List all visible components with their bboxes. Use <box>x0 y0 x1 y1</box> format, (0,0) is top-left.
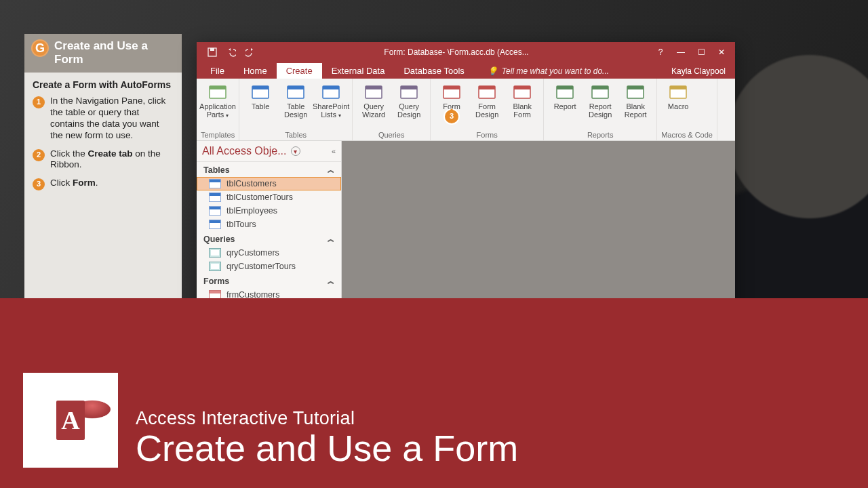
ribbon-macro-button[interactable]: Macro <box>661 81 695 113</box>
ribbon-sharepoint-lists-button[interactable]: SharePoint Lists ▾ <box>314 81 348 120</box>
svg-rect-1 <box>210 48 214 51</box>
svg-rect-15 <box>443 86 460 89</box>
nav-group-queries[interactable]: Queries︽ <box>197 231 341 246</box>
brand-logo-icon: G <box>31 39 49 57</box>
ribbon-group-macros-code: MacroMacros & Code <box>657 79 717 140</box>
step-text: In the Navigation Pane, click the table … <box>50 96 174 142</box>
ribbon-report-button[interactable]: Report <box>548 81 582 113</box>
svg-rect-23 <box>592 86 608 89</box>
nav-group-forms[interactable]: Forms︽ <box>197 273 341 288</box>
minimize-button[interactable]: — <box>671 45 690 60</box>
nav-group-tables[interactable]: Tables︽ <box>197 162 341 177</box>
instruction-header: G Create and Use a Form <box>24 34 182 73</box>
svg-rect-19 <box>514 86 530 89</box>
ribbon-blank-report-button[interactable]: Blank Report <box>618 81 652 120</box>
ribbon: Application Parts ▾TemplatesTableTable D… <box>197 79 735 141</box>
instruction-step: 2Click the Create tab on the Ribbon. <box>33 148 174 171</box>
tab-home[interactable]: Home <box>234 63 277 79</box>
ribbon-form-design-button[interactable]: Form Design <box>470 81 504 120</box>
nav-item[interactable]: tblCustomers <box>197 177 341 190</box>
redo-icon[interactable] <box>243 45 258 60</box>
ribbon-group-label: Templates <box>201 129 235 139</box>
instruction-step: 1In the Navigation Pane, click the table… <box>33 96 174 142</box>
query-icon <box>209 248 221 258</box>
collapse-group-icon[interactable]: ︽ <box>328 277 334 286</box>
help-icon[interactable]: ? <box>651 45 670 60</box>
svg-rect-9 <box>323 86 339 89</box>
quick-access-toolbar <box>201 45 262 60</box>
ribbon-table-button[interactable]: Table <box>243 81 277 113</box>
ribbon-tab-row: FileHomeCreateExternal DataDatabase Tool… <box>197 62 735 79</box>
ribbon-button-label: Blank Report <box>620 103 651 119</box>
video-title-banner: A Access Interactive Tutorial Create and… <box>0 298 868 488</box>
step-number-badge: 1 <box>33 96 45 108</box>
ribbon-icon <box>555 83 575 102</box>
step-number-badge: 2 <box>33 149 45 161</box>
tab-database-tools[interactable]: Database Tools <box>394 63 473 79</box>
ribbon-group-templates: Application Parts ▾Templates <box>197 79 239 140</box>
ribbon-group-tables: TableTable DesignSharePoint Lists ▾Table… <box>239 79 353 140</box>
collapse-pane-icon[interactable]: « <box>332 147 336 155</box>
table-icon <box>209 179 221 188</box>
instruction-subhead: Create a Form with AutoForms <box>33 79 174 90</box>
window-titlebar[interactable]: Form: Database- \Form.acc.db (Acces... ?… <box>197 42 735 62</box>
maximize-button[interactable]: ☐ <box>692 45 711 60</box>
nav-item-label: tblCustomers <box>226 179 277 188</box>
ribbon-form-button[interactable]: Form3 <box>435 81 469 113</box>
ribbon-icon <box>590 83 610 102</box>
banner-subtitle: Access Interactive Tutorial <box>136 408 518 429</box>
undo-icon[interactable] <box>224 45 239 60</box>
svg-rect-17 <box>479 86 495 89</box>
nav-item[interactable]: tblEmployees <box>197 204 341 218</box>
nav-item[interactable]: tblCustomerTours <box>197 190 341 204</box>
ribbon-icon <box>285 83 306 102</box>
ribbon-group-forms: Form3Form DesignBlank FormForms <box>431 79 544 140</box>
ribbon-query-wizard-button[interactable]: Query Wizard <box>357 81 391 120</box>
ribbon-button-label: Blank Form <box>507 103 538 119</box>
nav-item[interactable]: qryCustomerTours <box>197 260 341 273</box>
ribbon-button-label: Application Parts ▾ <box>199 103 236 119</box>
table-icon <box>209 192 221 202</box>
ribbon-group-label: Queries <box>357 129 426 139</box>
collapse-group-icon[interactable]: ︽ <box>328 235 334 244</box>
instruction-panel: G Create and Use a Form Create a Form wi… <box>24 34 182 319</box>
user-name[interactable]: Kayla Claypool <box>662 64 735 79</box>
ribbon-icon <box>668 83 688 102</box>
save-icon[interactable] <box>205 45 220 60</box>
svg-rect-21 <box>557 86 573 89</box>
ribbon-table-design-button[interactable]: Table Design <box>279 81 313 120</box>
step-text: Click the Create tab on the Ribbon. <box>50 148 174 171</box>
access-logo: A <box>23 373 118 468</box>
ribbon-icon <box>477 83 497 102</box>
ribbon-blank-form-button[interactable]: Blank Form <box>505 81 539 120</box>
ribbon-icon <box>441 83 462 102</box>
ribbon-group-label: Reports <box>548 129 652 139</box>
nav-group-label: Tables <box>203 165 230 175</box>
ribbon-button-label: Table <box>252 103 269 111</box>
ribbon-icon <box>321 83 341 102</box>
table-icon <box>209 220 221 229</box>
tell-me-search[interactable]: 💡 Tell me what you want to do... <box>482 64 614 79</box>
tab-external-data[interactable]: External Data <box>322 63 395 79</box>
tab-file[interactable]: File <box>201 63 234 79</box>
ribbon-button-label: Form Design <box>471 103 502 119</box>
instruction-title: Create and Use a Form <box>54 39 175 66</box>
nav-group-label: Forms <box>203 277 229 286</box>
chevron-down-icon[interactable]: ▾ <box>291 146 300 156</box>
close-button[interactable]: ✕ <box>712 45 731 60</box>
nav-item[interactable]: qryCustomers <box>197 246 341 260</box>
ribbon-application-parts-button[interactable]: Application Parts ▾ <box>201 81 235 120</box>
ribbon-icon <box>208 83 228 102</box>
step-text: Click Form. <box>50 178 98 190</box>
nav-item-label: tblCustomerTours <box>226 192 293 202</box>
ribbon-query-design-button[interactable]: Query Design <box>392 81 426 120</box>
instruction-body: Create a Form with AutoForms 1In the Nav… <box>24 73 182 204</box>
collapse-group-icon[interactable]: ︽ <box>328 165 334 175</box>
ribbon-button-label: Table Design <box>280 103 311 119</box>
navigation-pane-header[interactable]: All Access Obje... ▾ « <box>197 141 341 162</box>
ribbon-button-label: Query Design <box>393 103 425 119</box>
ribbon-icon <box>512 83 532 102</box>
ribbon-report-design-button[interactable]: Report Design <box>583 81 617 120</box>
nav-item[interactable]: tblTours <box>197 218 341 231</box>
tab-create[interactable]: Create <box>277 63 322 79</box>
